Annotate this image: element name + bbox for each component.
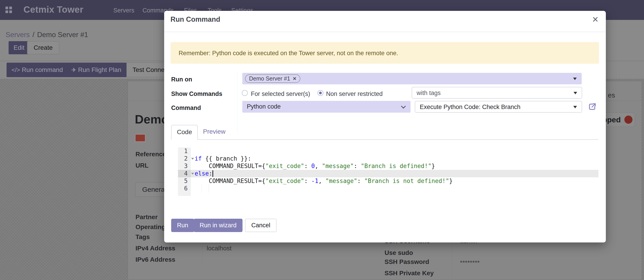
run-command-modal: Run Command × Remember: Python code is e… (164, 11, 606, 242)
show-commands-label: Show Commands (171, 90, 222, 97)
command-type-select[interactable]: Python code (242, 101, 410, 113)
apps-grid-icon[interactable] (6, 7, 12, 13)
gutter-line-number: 5 (178, 177, 191, 185)
code-editor[interactable]: 123456 if {{ branch }}: COMMAND_RESULT={… (178, 148, 598, 196)
caret-down-icon (574, 92, 577, 94)
remove-tag-icon[interactable]: × (293, 75, 296, 82)
field-group-divider (237, 71, 237, 133)
server-tag-label: Demo Server #1 (249, 75, 290, 82)
run-on-select[interactable]: Demo Server #1 × (242, 73, 582, 84)
gutter-line-number: 6 (178, 185, 191, 192)
radio-for-selected-servers-label[interactable]: For selected server(s) (251, 90, 310, 97)
with-tags-placeholder: with tags (416, 90, 441, 97)
fold-arrow-icon[interactable] (191, 158, 194, 160)
gutter-line-number: 1 (178, 148, 191, 155)
external-link-icon[interactable] (588, 102, 597, 111)
gutter-line-number: 2 (178, 155, 191, 162)
stat-button-fragment[interactable]: es (608, 91, 615, 99)
command-label: Command (171, 104, 201, 111)
editor-code[interactable]: if {{ branch }}: COMMAND_RESULT={"exit_c… (191, 148, 598, 196)
code-line[interactable]: COMMAND_RESULT={"exit_code": 0, "message… (191, 162, 598, 170)
radio-selected-dot (319, 92, 322, 94)
tab-preview[interactable]: Preview (203, 128, 226, 135)
code-line[interactable] (191, 148, 598, 155)
editor-gutter: 123456 (178, 148, 191, 196)
nav-item-servers[interactable]: Servers (113, 7, 134, 14)
create-button[interactable]: Create (27, 41, 59, 54)
breadcrumb-separator: / (32, 31, 34, 39)
fold-arrow-icon[interactable] (191, 173, 194, 175)
code-line[interactable]: else: (178, 170, 598, 177)
ipv6-address-label: IPv6 Address (136, 256, 175, 263)
cancel-button[interactable]: Cancel (245, 219, 276, 232)
warning-alert-text: Remember: Python code is executed on the… (178, 50, 398, 57)
command-type-value: Python code (247, 103, 281, 110)
server-color-swatch[interactable] (135, 134, 146, 142)
run-command-button[interactable]: </>Run command (6, 63, 68, 77)
code-line[interactable]: if {{ branch }}: (191, 155, 598, 162)
code-line[interactable]: COMMAND_RESULT={"exit_code": -1, "messag… (191, 177, 598, 185)
url-label: URL (136, 162, 148, 169)
caret-down-icon (573, 106, 577, 108)
server-tag-pill: Demo Server #1 × (245, 74, 300, 83)
reference-label: Reference (136, 151, 166, 158)
tags-label: Tags (136, 233, 150, 241)
text-cursor (212, 170, 213, 177)
gutter-line-number: 3 (178, 162, 191, 170)
tab-code[interactable]: Code (171, 125, 198, 140)
command-select-value: Execute Python Code: Check Branch (420, 104, 520, 111)
run-flight-plan-button[interactable]: ✈Run Flight Plan (66, 63, 127, 77)
caret-down-icon[interactable] (573, 78, 577, 80)
ssh-private-key-label: SSH Private Key (384, 269, 434, 277)
run-in-wizard-button[interactable]: Run in wizard (194, 219, 242, 232)
run-on-label: Run on (171, 76, 192, 83)
ssh-password-label: SSH Password (384, 258, 429, 265)
app-brand[interactable]: Cetmix Tower (24, 5, 83, 15)
breadcrumb-record: Demo Server #1 (37, 31, 88, 39)
with-tags-select[interactable]: with tags (412, 87, 582, 99)
modal-title: Run Command (170, 15, 220, 24)
edit-button[interactable]: Edit (8, 41, 29, 54)
close-icon[interactable]: × (592, 14, 598, 25)
ipv4-address-value: localhost (206, 245, 232, 252)
gutter-line-number: 4 (178, 170, 191, 177)
plane-icon: ✈ (71, 67, 76, 73)
ssh-password-value: ******** (460, 259, 480, 266)
code-line[interactable] (191, 185, 598, 192)
status-dot-icon (624, 115, 632, 124)
radio-for-selected-servers[interactable] (242, 90, 248, 96)
code-icon: </> (12, 67, 20, 73)
radio-non-server-restricted[interactable] (318, 90, 323, 96)
command-select[interactable]: Execute Python Code: Check Branch (415, 101, 582, 113)
partner-label: Partner (136, 213, 158, 221)
modal-header-divider (164, 32, 606, 32)
breadcrumb: Servers / Demo Server #1 (6, 31, 88, 39)
run-button[interactable]: Run (171, 219, 194, 232)
chevron-down-icon (401, 104, 406, 108)
use-sudo-label: Use sudo (384, 249, 413, 256)
ipv4-address-label: IPv4 Address (136, 245, 175, 252)
radio-non-server-restricted-label[interactable]: Non server restricted (326, 90, 383, 97)
breadcrumb-section[interactable]: Servers (6, 31, 30, 39)
tabbar-divider (171, 139, 598, 140)
